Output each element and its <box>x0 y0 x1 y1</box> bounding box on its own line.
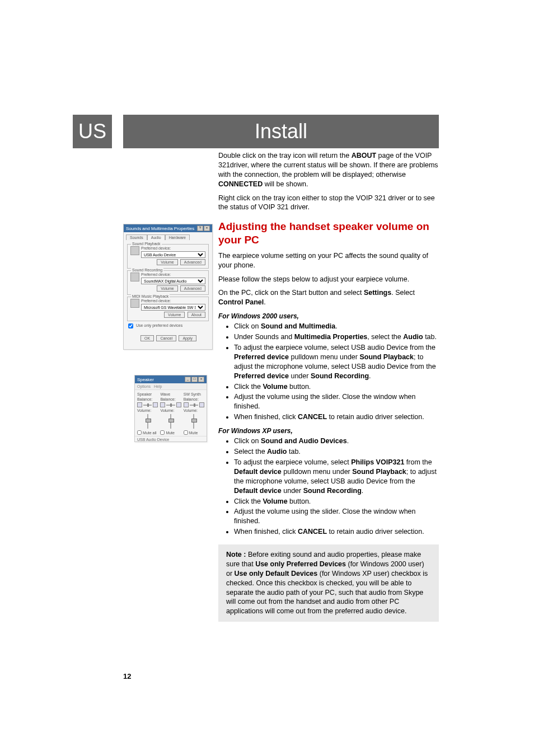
group-midi-playback: MIDI Music Playback <box>131 294 170 298</box>
mute-label: Mute <box>189 431 198 435</box>
recording-device-select[interactable]: SoundMAX Digital Audio <box>141 278 205 284</box>
note-box: Note : Before exiting sound and audio pr… <box>218 544 439 622</box>
about-button[interactable]: About <box>188 312 205 318</box>
advanced-button[interactable]: Advanced <box>180 285 205 292</box>
list-item: Select the Audio tab. <box>234 447 439 457</box>
cancel-button[interactable]: Cancel <box>156 335 176 341</box>
steps-list: Click on Sound and Multimedia. Under Sou… <box>218 322 439 422</box>
balance-label: Balance: <box>137 397 158 401</box>
page-title: Install <box>123 115 439 148</box>
mixer-channel: SpeakerBalance:Volume:Mute all <box>137 392 158 435</box>
speaker-left-icon <box>160 402 165 407</box>
close-button[interactable]: × <box>198 377 204 382</box>
channel-name: Speaker <box>137 392 158 396</box>
playback-device-select[interactable]: USB Audio Device <box>141 251 205 258</box>
tab-sounds[interactable]: Sounds <box>126 234 147 240</box>
paragraph: On the PC, click on the Start button and… <box>218 288 439 307</box>
list-item: Click the Volume button. <box>234 497 439 506</box>
tab-hardware[interactable]: Hardware <box>165 234 190 240</box>
paragraph: Right click on the tray icon either to s… <box>218 194 439 213</box>
region-badge: US <box>73 115 112 148</box>
preferred-device-label: Preferred device: <box>141 299 205 303</box>
paragraph: The earpiece volume setting on your PC a… <box>218 251 439 270</box>
dialog-title: Sounds and Multimedia Properties <box>126 226 194 231</box>
subsection-windows-2000: For Windows 2000 users, <box>218 312 439 321</box>
volume-slider[interactable] <box>137 414 158 429</box>
microphone-icon <box>130 273 139 281</box>
list-item: When finished, click CANCEL to retain au… <box>234 412 439 422</box>
dialog-speaker-volume: Speaker _ □ × Options Help SpeakerBalanc… <box>134 375 207 442</box>
speaker-left-icon <box>137 402 142 407</box>
menu-options[interactable]: Options <box>137 384 151 388</box>
volume-button[interactable]: Volume <box>164 312 185 318</box>
group-sound-playback: Sound Playback <box>131 242 162 246</box>
subsection-windows-xp: For Windows XP users, <box>218 426 439 435</box>
menu-help[interactable]: Help <box>154 384 162 388</box>
use-only-preferred-checkbox[interactable] <box>128 323 133 328</box>
steps-list: Click on Sound and Audio Devices. Select… <box>218 436 439 537</box>
volume-button[interactable]: Volume <box>157 285 177 292</box>
mute-label: Mute <box>166 431 175 435</box>
paragraph: Double click on the tray icon will retur… <box>218 151 439 189</box>
dialog-title: Speaker <box>137 377 154 382</box>
speaker-right-icon <box>153 402 158 407</box>
balance-slider[interactable] <box>143 405 152 406</box>
close-button[interactable]: × <box>204 226 210 231</box>
volume-label: Volume: <box>137 408 158 412</box>
list-item: To adjust the earpiece volume, select US… <box>234 343 439 381</box>
volume-slider[interactable] <box>184 414 204 429</box>
advanced-button[interactable]: Advanced <box>180 259 205 265</box>
volume-label: Volume: <box>160 408 181 412</box>
list-item: Click on Sound and Multimedia. <box>234 322 439 331</box>
midi-icon <box>130 299 139 308</box>
section-heading: Adjusting the handset speaker volume on … <box>218 220 439 247</box>
ok-button[interactable]: OK <box>140 335 154 341</box>
dialog-sounds-multimedia: Sounds and Multimedia Properties ? × Sou… <box>123 224 213 350</box>
paragraph: Please follow the steps below to adjust … <box>218 275 439 284</box>
preferred-device-label: Preferred device: <box>141 246 205 250</box>
list-item: When finished, click CANCEL to retain au… <box>234 527 439 537</box>
apply-button[interactable]: Apply <box>179 335 196 341</box>
list-item: Click on Sound and Audio Devices. <box>234 436 439 446</box>
list-item: To adjust the earpiece volume, select Ph… <box>234 458 439 496</box>
balance-slider[interactable] <box>166 405 175 406</box>
volume-label: Volume: <box>184 408 204 412</box>
help-button[interactable]: ? <box>197 226 203 231</box>
mute-label: Mute all <box>143 431 157 435</box>
speaker-left-icon <box>184 402 189 407</box>
speaker-right-icon <box>176 402 181 407</box>
balance-label: Balance: <box>160 397 181 401</box>
mute-checkbox[interactable] <box>160 430 165 435</box>
volume-button[interactable]: Volume <box>157 259 177 265</box>
maximize-button[interactable]: □ <box>191 377 198 382</box>
channel-name: SW Synth <box>184 392 204 396</box>
use-only-preferred-label: Use only preferred devices <box>136 323 182 327</box>
balance-label: Balance: <box>184 397 204 401</box>
mute-checkbox[interactable] <box>184 430 188 435</box>
page-number: 12 <box>123 672 131 680</box>
list-item: Under Sounds and Multimedia Properties, … <box>234 332 439 342</box>
list-item: Adjust the volume using the slider. Clos… <box>234 392 439 411</box>
tab-audio[interactable]: Audio <box>147 234 165 240</box>
channel-name: Wave <box>160 392 181 396</box>
mute-checkbox[interactable] <box>137 430 142 435</box>
volume-slider[interactable] <box>160 414 181 429</box>
list-item: Adjust the volume using the slider. Clos… <box>234 507 439 526</box>
group-sound-recording: Sound Recording <box>131 268 163 272</box>
preferred-device-label: Preferred device: <box>141 273 205 276</box>
status-bar: USB Audio Device <box>135 436 207 443</box>
speaker-right-icon <box>199 402 204 407</box>
balance-slider[interactable] <box>190 405 198 406</box>
list-item: Click the Volume button. <box>234 382 439 392</box>
mixer-channel: WaveBalance:Volume:Mute <box>160 392 181 435</box>
speaker-icon <box>130 246 139 255</box>
minimize-button[interactable]: _ <box>185 377 191 382</box>
midi-device-select[interactable]: Microsoft GS Wavetable SW Synth <box>141 304 205 311</box>
mixer-channel: SW SynthBalance:Volume:Mute <box>184 392 204 435</box>
